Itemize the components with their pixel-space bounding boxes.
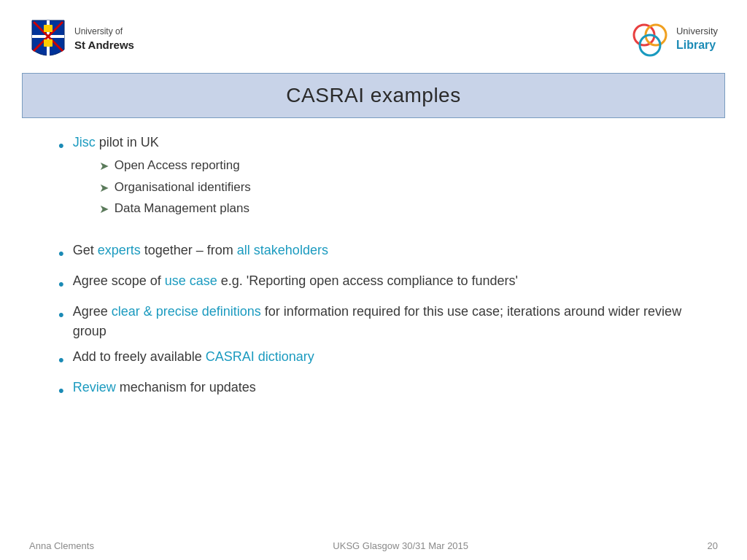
library-label: Library [676, 38, 718, 53]
ul-circles-icon [631, 20, 669, 58]
ul-text: University Library [676, 26, 718, 53]
bullet-dot-definitions: • [58, 303, 64, 327]
arrow-icon-3: ➤ [99, 200, 109, 219]
svg-rect-5 [44, 39, 53, 47]
st-andrews-label: St Andrews [74, 38, 134, 52]
bullet-text-usecase: Agree scope of use case e.g. 'Reporting … [73, 271, 703, 291]
review-link[interactable]: Review [73, 380, 116, 394]
casrai-dictionary-link[interactable]: CASRAI dictionary [206, 349, 314, 364]
bullet-experts: • Get experts together – from all stakeh… [58, 241, 703, 265]
definitions-before: Agree [73, 304, 112, 319]
bullet-dot-review: • [58, 378, 64, 402]
slide: University of St Andrews University Libr… [0, 0, 747, 560]
header: University of St Andrews University Libr… [0, 0, 747, 73]
sta-andrews-logo: University of St Andrews [29, 18, 134, 61]
sta-text: University of St Andrews [74, 26, 134, 52]
footer: Anna Clements UKSG Glasgow 30/31 Mar 201… [0, 534, 747, 560]
bullet-review: • Review mechanism for updates [58, 378, 703, 402]
sub-bullets-jisc: ➤ Open Access reporting ➤ Organisational… [99, 155, 703, 219]
footer-page: 20 [708, 540, 718, 551]
sub-bullet-org-id: ➤ Organisational identifiers [99, 177, 703, 198]
bullet-definitions: • Agree clear & precise definitions for … [58, 302, 703, 341]
review-after: mechanism for updates [116, 380, 256, 394]
arrow-icon-2: ➤ [99, 179, 109, 198]
all-stakeholders-link[interactable]: all stakeholders [237, 243, 328, 257]
bullet-dot-casrai: • [58, 348, 64, 372]
university-label: University [676, 26, 718, 38]
bullet-text-review: Review mechanism for updates [73, 378, 703, 397]
bullet-text-jisc: Jisc pilot in UK ➤ Open Access reporting… [73, 133, 703, 222]
experts-before: Get [73, 243, 98, 257]
sub-bullet-org-text: Organisational identifiers [115, 177, 251, 197]
sub-bullet-dmp-text: Data Management plans [115, 198, 249, 218]
definitions-link[interactable]: clear & precise definitions [112, 304, 261, 319]
sub-bullet-dmp: ➤ Data Management plans [99, 198, 703, 219]
footer-event: UKSG Glasgow 30/31 Mar 2015 [333, 540, 468, 551]
arrow-icon-1: ➤ [99, 157, 109, 176]
bullet-dot-jisc: • [58, 133, 64, 158]
bullet-text-definitions: Agree clear & precise definitions for in… [73, 302, 703, 341]
slide-title: CASRAI examples [37, 84, 710, 107]
sta-shield-icon [29, 18, 67, 61]
jisc-suffix: pilot in UK [96, 135, 159, 149]
content-area: • Jisc pilot in UK ➤ Open Access reporti… [0, 118, 747, 534]
bullet-dot-usecase: • [58, 272, 64, 296]
use-case-link[interactable]: use case [165, 273, 217, 288]
experts-middle: together – from [141, 243, 237, 257]
title-banner: CASRAI examples [22, 73, 725, 118]
bullet-jisc: • Jisc pilot in UK ➤ Open Access reporti… [58, 133, 703, 222]
university-library-logo: University Library [631, 20, 718, 58]
bullet-usecase: • Agree scope of use case e.g. 'Reportin… [58, 271, 703, 296]
svg-rect-4 [44, 25, 53, 32]
sub-bullet-oa-reporting: ➤ Open Access reporting [99, 155, 703, 176]
usecase-after: e.g. 'Reporting open access compliance t… [217, 273, 518, 288]
university-of-label: University of [74, 26, 134, 38]
footer-author: Anna Clements [29, 540, 94, 551]
bullet-dot-experts: • [58, 241, 64, 265]
casrai-before: Add to freely available [73, 349, 206, 364]
bullet-casrai-dict: • Add to freely available CASRAI diction… [58, 347, 703, 372]
bullet-text-experts: Get experts together – from all stakehol… [73, 241, 703, 260]
usecase-before: Agree scope of [73, 273, 165, 288]
experts-link[interactable]: experts [98, 243, 141, 257]
bullet-text-casrai: Add to freely available CASRAI dictionar… [73, 347, 703, 367]
jisc-link[interactable]: Jisc [73, 135, 96, 149]
sub-bullet-oa-text: Open Access reporting [115, 155, 240, 175]
